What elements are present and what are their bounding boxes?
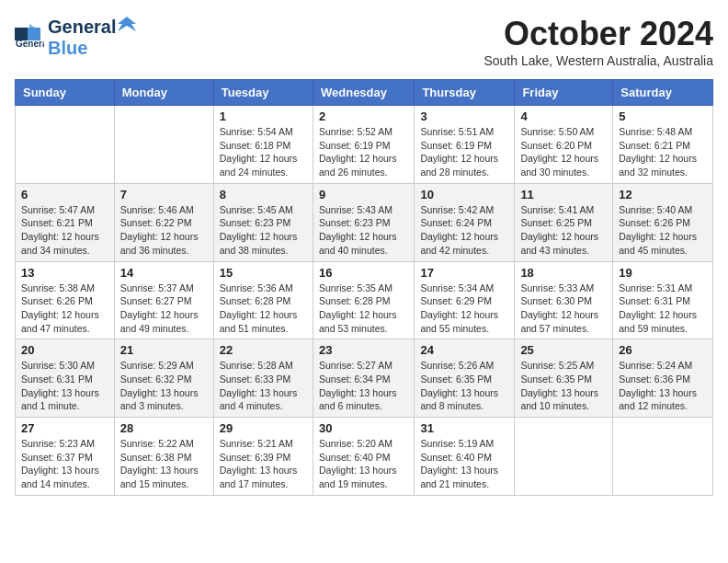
calendar-cell xyxy=(16,106,115,184)
day-number: 20 xyxy=(21,343,108,357)
calendar-cell: 28Sunrise: 5:22 AMSunset: 6:38 PMDayligh… xyxy=(114,418,213,496)
week-row-5: 27Sunrise: 5:23 AMSunset: 6:37 PMDayligh… xyxy=(16,418,713,496)
day-number: 23 xyxy=(319,343,408,357)
day-number: 17 xyxy=(420,266,508,280)
day-info: Sunrise: 5:42 AMSunset: 6:24 PMDaylight:… xyxy=(420,203,508,258)
day-info: Sunrise: 5:50 AMSunset: 6:20 PMDaylight:… xyxy=(520,125,607,179)
subtitle: South Lake, Western Australia, Australia xyxy=(483,53,713,68)
day-number: 19 xyxy=(619,266,707,280)
calendar-cell: 21Sunrise: 5:29 AMSunset: 6:32 PMDayligh… xyxy=(114,339,213,418)
day-header-sunday: Sunday xyxy=(16,80,115,106)
calendar-cell: 12Sunrise: 5:40 AMSunset: 6:26 PMDayligh… xyxy=(613,183,713,261)
day-info: Sunrise: 5:23 AMSunset: 6:37 PMDaylight:… xyxy=(21,437,108,491)
day-info: Sunrise: 5:22 AMSunset: 6:38 PMDaylight:… xyxy=(120,437,208,491)
day-info: Sunrise: 5:46 AMSunset: 6:22 PMDaylight:… xyxy=(120,203,208,258)
day-info: Sunrise: 5:40 AMSunset: 6:26 PMDaylight:… xyxy=(619,203,707,258)
day-info: Sunrise: 5:54 AMSunset: 6:18 PMDaylight:… xyxy=(220,125,307,179)
calendar-cell: 18Sunrise: 5:33 AMSunset: 6:30 PMDayligh… xyxy=(515,261,613,339)
calendar-cell: 1Sunrise: 5:54 AMSunset: 6:18 PMDaylight… xyxy=(213,106,313,184)
calendar-cell: 9Sunrise: 5:43 AMSunset: 6:23 PMDaylight… xyxy=(313,183,414,261)
day-info: Sunrise: 5:27 AMSunset: 6:34 PMDaylight:… xyxy=(319,359,408,413)
calendar-cell: 10Sunrise: 5:42 AMSunset: 6:24 PMDayligh… xyxy=(415,183,515,261)
calendar-cell: 15Sunrise: 5:36 AMSunset: 6:28 PMDayligh… xyxy=(213,261,313,339)
day-header-thursday: Thursday xyxy=(415,80,515,106)
day-info: Sunrise: 5:52 AMSunset: 6:19 PMDaylight:… xyxy=(319,125,408,179)
day-number: 28 xyxy=(120,421,208,435)
title-block: October 2024 South Lake, Western Austral… xyxy=(483,15,713,68)
calendar-cell: 11Sunrise: 5:41 AMSunset: 6:25 PMDayligh… xyxy=(515,183,613,261)
day-info: Sunrise: 5:33 AMSunset: 6:30 PMDaylight:… xyxy=(520,282,607,336)
week-row-4: 20Sunrise: 5:30 AMSunset: 6:31 PMDayligh… xyxy=(16,339,713,418)
day-info: Sunrise: 5:43 AMSunset: 6:23 PMDaylight:… xyxy=(319,203,408,258)
svg-text:General: General xyxy=(16,39,44,49)
day-info: Sunrise: 5:48 AMSunset: 6:21 PMDaylight:… xyxy=(619,125,707,179)
day-header-monday: Monday xyxy=(114,80,213,106)
day-number: 22 xyxy=(220,343,307,357)
day-info: Sunrise: 5:51 AMSunset: 6:19 PMDaylight:… xyxy=(420,125,508,179)
day-number: 6 xyxy=(21,188,108,201)
calendar-cell: 13Sunrise: 5:38 AMSunset: 6:26 PMDayligh… xyxy=(16,261,115,339)
month-title: October 2024 xyxy=(483,15,713,53)
calendar-cell: 25Sunrise: 5:25 AMSunset: 6:35 PMDayligh… xyxy=(515,339,613,418)
day-info: Sunrise: 5:19 AMSunset: 6:40 PMDaylight:… xyxy=(420,437,508,491)
day-number: 4 xyxy=(520,109,607,123)
calendar-table: SundayMondayTuesdayWednesdayThursdayFrid… xyxy=(15,79,713,496)
day-info: Sunrise: 5:20 AMSunset: 6:40 PMDaylight:… xyxy=(319,437,408,491)
day-info: Sunrise: 5:36 AMSunset: 6:28 PMDaylight:… xyxy=(220,282,307,336)
day-number: 10 xyxy=(420,188,508,201)
day-number: 31 xyxy=(420,421,508,435)
logo-general-text: General xyxy=(48,17,116,38)
day-info: Sunrise: 5:21 AMSunset: 6:39 PMDaylight:… xyxy=(220,437,307,491)
logo-blue-text: Blue xyxy=(48,38,87,58)
calendar-cell: 29Sunrise: 5:21 AMSunset: 6:39 PMDayligh… xyxy=(213,418,313,496)
day-number: 11 xyxy=(520,188,607,201)
calendar-cell: 7Sunrise: 5:46 AMSunset: 6:22 PMDaylight… xyxy=(114,183,213,261)
calendar-cell xyxy=(613,418,713,496)
day-info: Sunrise: 5:35 AMSunset: 6:28 PMDaylight:… xyxy=(319,282,408,336)
day-info: Sunrise: 5:45 AMSunset: 6:23 PMDaylight:… xyxy=(220,203,307,258)
logo: General General Blue xyxy=(15,15,136,59)
day-info: Sunrise: 5:26 AMSunset: 6:35 PMDaylight:… xyxy=(420,359,508,413)
calendar-cell: 2Sunrise: 5:52 AMSunset: 6:19 PMDaylight… xyxy=(313,106,414,184)
day-number: 30 xyxy=(319,421,408,435)
day-info: Sunrise: 5:28 AMSunset: 6:33 PMDaylight:… xyxy=(220,359,307,413)
day-number: 26 xyxy=(619,343,707,357)
svg-marker-4 xyxy=(118,17,136,31)
logo-icon: General xyxy=(15,24,44,50)
calendar-cell: 30Sunrise: 5:20 AMSunset: 6:40 PMDayligh… xyxy=(313,418,414,496)
week-row-3: 13Sunrise: 5:38 AMSunset: 6:26 PMDayligh… xyxy=(16,261,713,339)
day-number: 29 xyxy=(220,421,307,435)
day-header-wednesday: Wednesday xyxy=(313,80,414,106)
calendar-cell: 20Sunrise: 5:30 AMSunset: 6:31 PMDayligh… xyxy=(16,339,115,418)
day-info: Sunrise: 5:24 AMSunset: 6:36 PMDaylight:… xyxy=(619,359,707,413)
day-info: Sunrise: 5:30 AMSunset: 6:31 PMDaylight:… xyxy=(21,359,108,413)
day-number: 13 xyxy=(21,266,108,280)
calendar-cell: 5Sunrise: 5:48 AMSunset: 6:21 PMDaylight… xyxy=(613,106,713,184)
logo-bird-icon xyxy=(118,15,136,33)
week-row-1: 1Sunrise: 5:54 AMSunset: 6:18 PMDaylight… xyxy=(16,106,713,184)
calendar-cell: 24Sunrise: 5:26 AMSunset: 6:35 PMDayligh… xyxy=(415,339,515,418)
week-row-2: 6Sunrise: 5:47 AMSunset: 6:21 PMDaylight… xyxy=(16,183,713,261)
day-header-tuesday: Tuesday xyxy=(213,80,313,106)
calendar-cell: 4Sunrise: 5:50 AMSunset: 6:20 PMDaylight… xyxy=(515,106,613,184)
day-number: 1 xyxy=(220,109,307,123)
day-number: 25 xyxy=(520,343,607,357)
day-number: 7 xyxy=(120,188,208,201)
day-info: Sunrise: 5:47 AMSunset: 6:21 PMDaylight:… xyxy=(21,203,108,258)
day-info: Sunrise: 5:31 AMSunset: 6:31 PMDaylight:… xyxy=(619,282,707,336)
calendar-cell xyxy=(114,106,213,184)
day-number: 9 xyxy=(319,188,408,201)
day-number: 15 xyxy=(220,266,307,280)
day-number: 8 xyxy=(220,188,307,201)
day-number: 16 xyxy=(319,266,408,280)
calendar-cell: 26Sunrise: 5:24 AMSunset: 6:36 PMDayligh… xyxy=(613,339,713,418)
day-info: Sunrise: 5:25 AMSunset: 6:35 PMDaylight:… xyxy=(520,359,607,413)
day-info: Sunrise: 5:29 AMSunset: 6:32 PMDaylight:… xyxy=(120,359,208,413)
calendar-cell: 8Sunrise: 5:45 AMSunset: 6:23 PMDaylight… xyxy=(213,183,313,261)
calendar-cell: 16Sunrise: 5:35 AMSunset: 6:28 PMDayligh… xyxy=(313,261,414,339)
day-info: Sunrise: 5:37 AMSunset: 6:27 PMDaylight:… xyxy=(120,282,208,336)
calendar-cell: 17Sunrise: 5:34 AMSunset: 6:29 PMDayligh… xyxy=(415,261,515,339)
day-number: 24 xyxy=(420,343,508,357)
day-number: 21 xyxy=(120,343,208,357)
day-number: 27 xyxy=(21,421,108,435)
